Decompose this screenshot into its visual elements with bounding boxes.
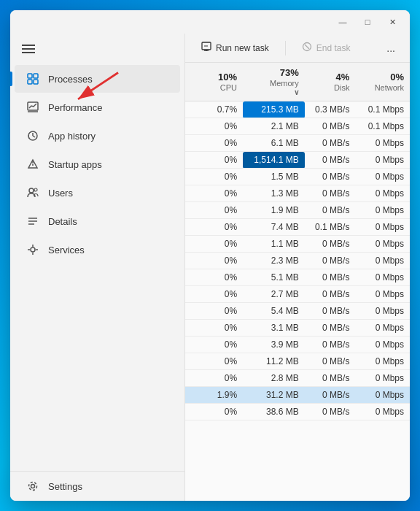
- table-row[interactable]: 0%5.1 MB0 MB/s0 Mbps: [185, 269, 410, 286]
- table-row[interactable]: 0%2.8 MB0 MB/s0 Mbps: [185, 370, 410, 387]
- sidebar-item-processes[interactable]: Processes: [15, 65, 180, 93]
- run-new-task-button[interactable]: Run new task: [194, 38, 276, 58]
- svg-rect-3: [34, 74, 38, 78]
- table-row[interactable]: 0%3.1 MB0 MB/s0 Mbps: [185, 320, 410, 337]
- table-row[interactable]: 1.9%31.2 MB0 MB/s0 Mbps: [185, 387, 410, 404]
- title-bar: — □ ✕: [10, 10, 410, 34]
- maximize-button[interactable]: □: [356, 15, 379, 29]
- table-row[interactable]: 0%1.9 MB0 MB/s0 Mbps: [185, 202, 410, 219]
- table-row[interactable]: 0%11.2 MB0 MB/s0 Mbps: [185, 353, 410, 370]
- memory-cell: 2.1 MB: [243, 118, 305, 135]
- sidebar-item-details[interactable]: Details: [15, 207, 180, 235]
- right-panel: Run new task End task ...: [185, 34, 410, 501]
- table-row[interactable]: 0%3.9 MB0 MB/s0 Mbps: [185, 337, 410, 353]
- table-row[interactable]: 0.7%215.3 MB0.3 MB/s0.1 Mbps: [185, 101, 410, 118]
- close-button[interactable]: ✕: [381, 15, 404, 29]
- run-new-task-label: Run new task: [216, 43, 269, 53]
- disk-cell: 0 MB/s: [305, 269, 356, 286]
- sidebar-item-users-label: Users: [48, 188, 73, 199]
- memory-cell: 3.1 MB: [243, 320, 305, 337]
- run-task-icon: [201, 42, 211, 54]
- network-cell: 0 Mbps: [355, 236, 410, 253]
- table-row[interactable]: 0%1.1 MB0 MB/s0 Mbps: [185, 236, 410, 253]
- hamburger-menu[interactable]: [10, 34, 184, 64]
- network-cell: 0.1 Mbps: [355, 118, 410, 135]
- cpu-cell: 0%: [200, 320, 243, 337]
- disk-cell: 0 MB/s: [305, 404, 356, 420]
- memory-cell: 38.6 MB: [243, 404, 305, 420]
- svg-rect-4: [28, 80, 32, 84]
- disk-header[interactable]: 4% Disk: [305, 63, 356, 101]
- sidebar-item-startup-apps-label: Startup apps: [48, 159, 102, 170]
- table-row[interactable]: 0%6.1 MB0 MB/s0 Mbps: [185, 135, 410, 152]
- window-controls: — □ ✕: [331, 15, 404, 29]
- end-task-button[interactable]: End task: [295, 38, 358, 58]
- minimize-button[interactable]: —: [331, 15, 354, 29]
- disk-cell: 0 MB/s: [305, 152, 356, 169]
- sidebar-item-performance[interactable]: Performance: [15, 93, 180, 121]
- table-row[interactable]: 0%2.3 MB0 MB/s0 Mbps: [185, 253, 410, 269]
- cpu-cell: 0%: [200, 185, 243, 202]
- table-row[interactable]: 0%1.3 MB0 MB/s0 Mbps: [185, 185, 410, 202]
- end-task-icon: [302, 42, 312, 54]
- table-row[interactable]: 0%38.6 MB0 MB/s0 Mbps: [185, 404, 410, 420]
- network-cell: 0 Mbps: [355, 303, 410, 320]
- memory-cell: 1.5 MB: [243, 169, 305, 185]
- memory-cell: 5.4 MB: [243, 303, 305, 320]
- processes-table: 10% CPU 73% Memory ∨: [185, 63, 410, 420]
- main-content: Processes Performance: [10, 34, 410, 501]
- sidebar-item-details-label: Details: [48, 216, 77, 227]
- table-row[interactable]: 0%2.7 MB0 MB/s0 Mbps: [185, 286, 410, 303]
- memory-cell: 2.3 MB: [243, 253, 305, 269]
- startup-icon: [26, 158, 39, 171]
- svg-point-14: [34, 188, 37, 191]
- cpu-cell: 0%: [200, 169, 243, 185]
- memory-cell: 11.2 MB: [243, 353, 305, 370]
- chart-icon: [26, 101, 39, 114]
- network-cell: 0 Mbps: [355, 185, 410, 202]
- disk-cell: 0 MB/s: [305, 202, 356, 219]
- disk-cell: 0 MB/s: [305, 236, 356, 253]
- cpu-cell: 0%: [200, 118, 243, 135]
- disk-cell: 0 MB/s: [305, 320, 356, 337]
- disk-cell: 0.3 MB/s: [305, 101, 356, 118]
- gear-icon: [26, 480, 39, 493]
- svg-point-11: [32, 161, 34, 163]
- sidebar-item-app-history[interactable]: App history: [15, 122, 180, 150]
- table-row[interactable]: 0%1,514.1 MB0 MB/s0 Mbps: [185, 152, 410, 169]
- memory-cell: 2.8 MB: [243, 370, 305, 387]
- sidebar-bottom: Settings: [10, 471, 184, 501]
- table-row[interactable]: 0%1.5 MB0 MB/s0 Mbps: [185, 169, 410, 185]
- network-cell: 0 Mbps: [355, 337, 410, 353]
- disk-cell: 0 MB/s: [305, 118, 356, 135]
- processes-table-container[interactable]: 10% CPU 73% Memory ∨: [185, 63, 410, 501]
- table-row[interactable]: 0%2.1 MB0 MB/s0.1 Mbps: [185, 118, 410, 135]
- sidebar-item-startup-apps[interactable]: Startup apps: [15, 150, 180, 178]
- cpu-cell: 0%: [200, 219, 243, 236]
- sidebar-item-performance-label: Performance: [48, 102, 102, 113]
- cpu-header[interactable]: 10% CPU: [200, 63, 243, 101]
- svg-point-23: [31, 485, 35, 488]
- table-row[interactable]: 0%5.4 MB0 MB/s0 Mbps: [185, 303, 410, 320]
- users-icon: [26, 186, 39, 199]
- services-icon: [26, 243, 39, 256]
- disk-cell: 0 MB/s: [305, 185, 356, 202]
- disk-cell: 0 MB/s: [305, 353, 356, 370]
- network-header[interactable]: 0% Network: [355, 63, 410, 101]
- sidebar-item-settings[interactable]: Settings: [15, 472, 180, 500]
- sidebar-item-users[interactable]: Users: [15, 179, 180, 207]
- cpu-cell: 0%: [200, 269, 243, 286]
- end-task-label: End task: [316, 43, 351, 53]
- more-options-button[interactable]: ...: [381, 39, 401, 58]
- task-manager-window: — □ ✕: [10, 10, 410, 501]
- network-cell: 0 Mbps: [355, 286, 410, 303]
- memory-header[interactable]: 73% Memory ∨: [243, 63, 305, 101]
- cpu-cell: 0%: [200, 337, 243, 353]
- disk-cell: 0 MB/s: [305, 169, 356, 185]
- memory-cell: 3.9 MB: [243, 337, 305, 353]
- cpu-cell: 0%: [200, 236, 243, 253]
- table-row[interactable]: 0%7.4 MB0.1 MB/s0 Mbps: [185, 219, 410, 236]
- sidebar-item-services[interactable]: Services: [15, 236, 180, 264]
- svg-rect-2: [28, 74, 32, 78]
- cpu-cell: 0%: [200, 303, 243, 320]
